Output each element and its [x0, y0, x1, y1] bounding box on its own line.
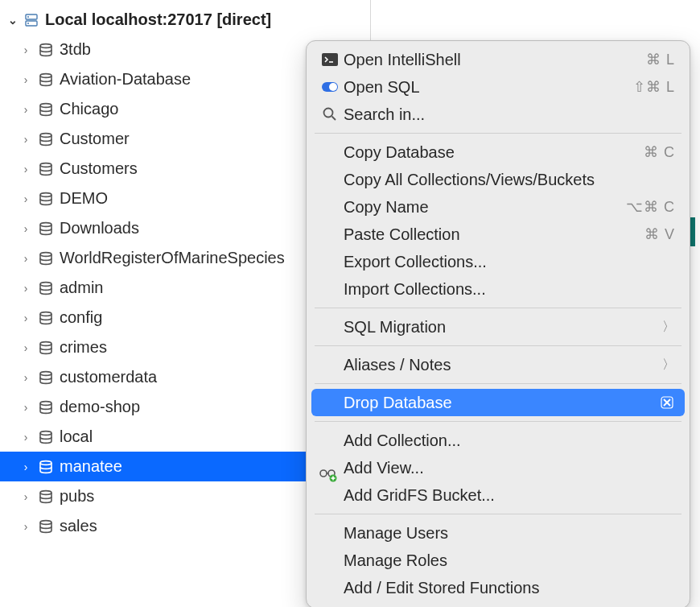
menu-separator — [315, 308, 681, 308]
terminal-icon — [319, 53, 340, 66]
chevron-right-icon: 〉 — [662, 357, 675, 374]
chevron-right-icon: › — [19, 460, 32, 473]
menu-drop-database[interactable]: Drop Database — [311, 389, 685, 416]
chevron-right-icon: › — [19, 312, 32, 324]
menu-separator — [315, 383, 681, 384]
chevron-right-icon: 〉 — [662, 319, 675, 336]
shortcut-text: ⌥⌘ C — [626, 198, 675, 216]
database-icon — [37, 339, 55, 357]
menu-copy-all[interactable]: Copy All Collections/Views/Buckets — [311, 166, 685, 193]
database-label: Customers — [60, 159, 138, 178]
chevron-right-icon: › — [19, 520, 32, 533]
svg-point-9 — [40, 192, 51, 196]
menu-search-in[interactable]: Search in... — [311, 101, 685, 128]
database-label: crimes — [60, 338, 107, 357]
database-label: admin — [60, 279, 103, 297]
shortcut-text: ⌘ V — [644, 225, 675, 243]
svg-point-19 — [40, 490, 51, 494]
menu-add-view[interactable]: Add View... — [311, 454, 685, 481]
server-icon — [23, 11, 40, 29]
svg-point-20 — [40, 520, 51, 524]
menu-stored-functions[interactable]: Add / Edit Stored Functions — [311, 574, 685, 601]
chevron-right-icon: › — [19, 252, 32, 265]
shortcut-text: ⌘ C — [644, 143, 675, 161]
database-label: WorldRegisterOfMarineSpecies — [60, 249, 285, 267]
svg-point-14 — [40, 341, 51, 345]
connection-root[interactable]: ⌄ Local localhost:27017 [direct] — [0, 5, 370, 35]
menu-copy-name[interactable]: Copy Name ⌥⌘ C — [311, 193, 685, 221]
database-label: 3tdb — [60, 40, 91, 59]
database-label: Customer — [60, 130, 130, 148]
menu-copy-database[interactable]: Copy Database ⌘ C — [311, 138, 685, 166]
database-label: manatee — [60, 457, 122, 476]
database-label: demo-shop — [60, 398, 140, 416]
database-icon — [37, 71, 55, 89]
chevron-right-icon: › — [19, 133, 32, 146]
svg-point-10 — [40, 222, 51, 226]
database-icon — [37, 398, 55, 416]
chevron-right-icon: › — [19, 163, 32, 175]
database-label: sales — [60, 517, 97, 535]
database-label: config — [60, 308, 102, 327]
database-label: customerdata — [60, 368, 157, 386]
menu-export-collections[interactable]: Export Collections... — [311, 248, 685, 275]
svg-point-3 — [27, 23, 29, 24]
menu-add-gridfs[interactable]: Add GridFS Bucket... — [311, 481, 685, 509]
svg-point-4 — [40, 43, 51, 47]
svg-point-12 — [40, 282, 51, 286]
menu-separator — [315, 514, 681, 514]
chevron-right-icon: › — [19, 490, 32, 503]
database-icon — [37, 428, 55, 446]
chevron-right-icon: › — [19, 192, 32, 205]
database-icon — [37, 309, 55, 327]
svg-point-15 — [40, 371, 51, 375]
database-icon — [37, 369, 55, 386]
svg-line-24 — [332, 117, 336, 121]
chevron-right-icon: › — [19, 222, 32, 235]
svg-point-16 — [40, 401, 51, 405]
svg-point-5 — [40, 73, 51, 77]
shortcut-text: ⌘ L — [646, 51, 675, 68]
svg-point-8 — [40, 163, 51, 167]
add-view-icon — [317, 464, 338, 485]
svg-rect-21 — [322, 53, 338, 66]
search-icon — [319, 106, 340, 122]
database-icon — [37, 41, 55, 59]
menu-aliases-notes[interactable]: Aliases / Notes 〉 — [311, 351, 685, 378]
chevron-right-icon: › — [19, 341, 32, 354]
svg-point-2 — [27, 16, 29, 18]
svg-point-7 — [40, 133, 51, 137]
database-icon — [37, 518, 55, 535]
shortcut-text: ⇧⌘ L — [633, 78, 675, 96]
delete-icon — [659, 394, 675, 411]
menu-paste-collection[interactable]: Paste Collection ⌘ V — [311, 221, 685, 248]
database-label: pubs — [60, 487, 94, 506]
svg-point-13 — [40, 312, 51, 316]
toggle-icon — [319, 82, 340, 92]
database-icon — [37, 250, 55, 267]
svg-point-11 — [40, 252, 51, 256]
menu-manage-roles[interactable]: Manage Roles — [311, 547, 685, 574]
menu-sql-migration[interactable]: SQL Migration 〉 — [311, 313, 685, 341]
database-label: Aviation-Database — [60, 70, 191, 89]
context-menu: Open IntelliShell ⌘ L Open SQL ⇧⌘ L Sear… — [306, 40, 690, 607]
menu-manage-users[interactable]: Manage Users — [311, 519, 685, 547]
database-icon — [37, 458, 55, 476]
menu-open-intellishell[interactable]: Open IntelliShell ⌘ L — [311, 46, 685, 73]
svg-point-17 — [40, 431, 51, 435]
chevron-right-icon: › — [19, 431, 32, 444]
chevron-right-icon: › — [19, 103, 32, 116]
database-icon — [37, 101, 55, 118]
database-label: DEMO — [60, 189, 108, 208]
menu-open-sql[interactable]: Open SQL ⇧⌘ L — [311, 73, 685, 101]
database-icon — [37, 279, 55, 297]
svg-point-26 — [320, 470, 327, 477]
chevron-right-icon: › — [19, 73, 32, 86]
svg-point-6 — [40, 103, 51, 107]
accent-stripe — [690, 217, 695, 246]
menu-import-collections[interactable]: Import Collections... — [311, 275, 685, 303]
chevron-right-icon: › — [19, 371, 32, 384]
connection-label: Local localhost:27017 [direct] — [45, 10, 271, 29]
menu-add-collection[interactable]: Add Collection... — [311, 427, 685, 454]
menu-separator — [315, 133, 681, 134]
